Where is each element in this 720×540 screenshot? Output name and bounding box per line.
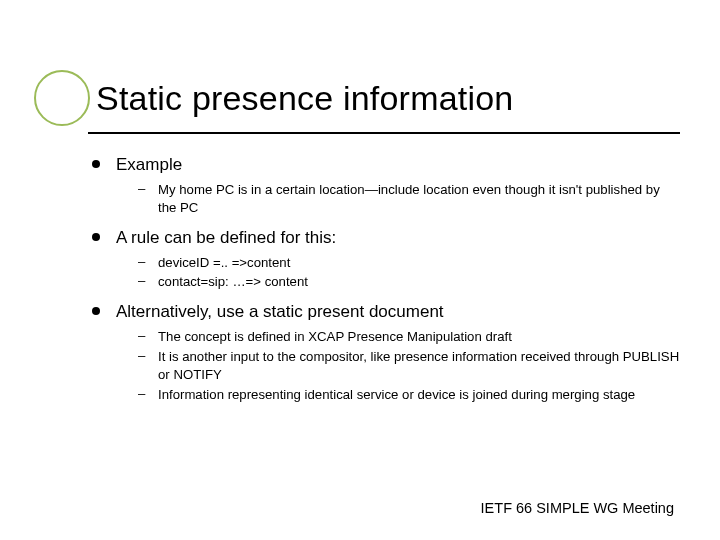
bullet-label: Example — [116, 155, 182, 174]
bullet-label: Alternatively, use a static present docu… — [116, 302, 444, 321]
bullet-alternative: Alternatively, use a static present docu… — [92, 301, 680, 403]
sub-bullet: Information representing identical servi… — [130, 386, 680, 404]
accent-circle-icon — [34, 70, 90, 126]
bullet-example: Example My home PC is in a certain locat… — [92, 154, 680, 217]
sub-bullet: The concept is defined in XCAP Presence … — [130, 328, 680, 346]
slide-footer: IETF 66 SIMPLE WG Meeting — [481, 500, 674, 516]
bullet-rule: A rule can be defined for this: deviceID… — [92, 227, 680, 292]
sub-bullet: contact=sip: …=> content — [130, 273, 680, 291]
sub-bullet: My home PC is in a certain location—incl… — [130, 181, 680, 217]
title-underline — [88, 132, 680, 134]
sub-bullet: It is another input to the compositor, l… — [130, 348, 680, 384]
slide-body: Example My home PC is in a certain locat… — [92, 154, 680, 403]
sub-bullet: deviceID =.. =>content — [130, 254, 680, 272]
slide: Static presence information Example My h… — [0, 0, 720, 540]
title-row: Static presence information — [40, 70, 680, 126]
bullet-label: A rule can be defined for this: — [116, 228, 336, 247]
slide-title: Static presence information — [96, 79, 513, 118]
